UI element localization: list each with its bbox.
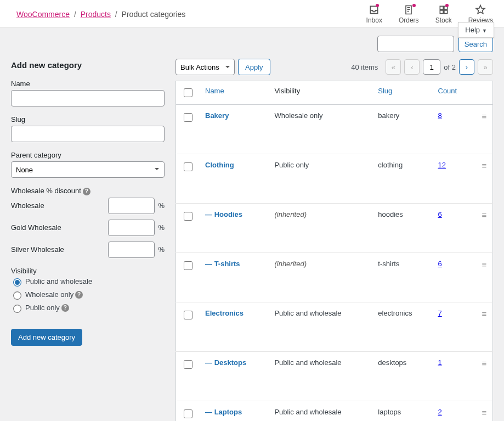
visibility-value: Public and wholesale <box>274 358 341 367</box>
info-icon[interactable]: ? <box>75 291 83 299</box>
breadcrumb-sep: / <box>74 10 76 19</box>
apply-button[interactable]: Apply <box>238 59 270 75</box>
col-slug[interactable]: Slug <box>372 81 432 105</box>
count-link[interactable]: 6 <box>438 260 442 268</box>
parent-category-label: Parent category <box>11 151 165 159</box>
tier-discount-input[interactable] <box>108 242 155 258</box>
row-checkbox[interactable] <box>184 212 192 221</box>
notification-dot-icon <box>412 4 416 7</box>
slug-value: t-shirts <box>378 260 399 268</box>
name-label: Name <box>11 80 165 88</box>
tier-discount-input[interactable] <box>108 220 155 236</box>
row-checkbox[interactable] <box>184 261 192 270</box>
help-dropdown[interactable]: Help▼ <box>458 22 494 38</box>
indent-dash: — <box>205 358 214 367</box>
items-count: 40 items <box>351 63 378 71</box>
drag-handle-icon[interactable]: ≡ <box>482 260 487 269</box>
visibility-option[interactable]: Wholesale only ? <box>11 290 165 299</box>
visibility-value: Wholesale only <box>274 111 322 120</box>
count-link[interactable]: 7 <box>438 309 442 317</box>
drag-handle-icon[interactable]: ≡ <box>482 309 487 318</box>
nav-stock[interactable]: Stock <box>435 4 452 24</box>
info-icon[interactable]: ? <box>83 188 90 195</box>
svg-rect-2 <box>440 10 443 14</box>
breadcrumb-sep: / <box>115 10 117 19</box>
slug-value: hoodies <box>378 210 403 218</box>
indent-dash: — <box>205 408 214 416</box>
slug-value: bakery <box>378 111 399 120</box>
drag-handle-icon[interactable]: ≡ <box>482 161 487 170</box>
visibility-option-label: Public only <box>25 304 60 312</box>
table-row: BakeryWholesale onlybakery8≡ <box>176 105 493 154</box>
drag-handle-icon[interactable]: ≡ <box>482 111 487 121</box>
table-row: — DesktopsPublic and wholesaledesktops1≡ <box>176 352 493 401</box>
page-next-button[interactable]: › <box>459 59 474 75</box>
select-all-checkbox[interactable] <box>184 88 192 97</box>
row-checkbox[interactable] <box>184 409 192 418</box>
help-label: Help <box>465 26 480 34</box>
table-row: — Hoodies(inherited)hoodies6≡ <box>176 204 493 253</box>
category-name-link[interactable]: Electronics <box>205 309 243 317</box>
slug-value: clothing <box>378 161 403 169</box>
nav-orders[interactable]: Orders <box>399 4 419 24</box>
visibility-option[interactable]: Public and wholesale <box>11 277 165 286</box>
count-link[interactable]: 12 <box>438 161 446 169</box>
count-link[interactable]: 2 <box>438 408 442 416</box>
category-name-link[interactable]: Bakery <box>205 111 229 120</box>
count-link[interactable]: 6 <box>438 210 442 218</box>
breadcrumb-products[interactable]: Products <box>81 10 111 19</box>
category-name-link[interactable]: Desktops <box>214 358 247 367</box>
page-first-button[interactable]: « <box>386 59 401 75</box>
percent-sign: % <box>158 223 165 232</box>
drag-handle-icon[interactable]: ≡ <box>482 408 487 417</box>
nav-inbox[interactable]: Inbox <box>366 4 382 24</box>
visibility-radio[interactable] <box>13 278 21 287</box>
table-row: ElectronicsPublic and wholesaleelectroni… <box>176 302 493 352</box>
slug-input[interactable] <box>11 126 165 142</box>
drag-handle-icon[interactable]: ≡ <box>482 210 487 220</box>
search-button[interactable]: Search <box>458 36 493 52</box>
svg-rect-0 <box>440 6 443 9</box>
col-count[interactable]: Count <box>433 81 477 105</box>
count-link[interactable]: 1 <box>438 358 442 367</box>
nav-orders-label: Orders <box>399 16 419 24</box>
row-checkbox[interactable] <box>184 360 192 369</box>
breadcrumb-current: Product categories <box>122 10 186 19</box>
nav-reviews[interactable]: Reviews <box>468 4 493 24</box>
search-input[interactable] <box>377 36 454 52</box>
page-input[interactable] <box>423 59 440 75</box>
info-icon[interactable]: ? <box>61 304 69 312</box>
page-prev-button[interactable]: ‹ <box>404 59 420 75</box>
percent-sign: % <box>158 201 165 210</box>
visibility-radio[interactable] <box>13 305 21 313</box>
caret-down-icon: ▼ <box>482 28 487 33</box>
visibility-value: (inherited) <box>274 210 307 218</box>
page-last-button[interactable]: » <box>478 59 493 75</box>
visibility-value: Public and wholesale <box>274 309 341 317</box>
visibility-radio[interactable] <box>13 291 21 300</box>
row-checkbox[interactable] <box>184 162 192 171</box>
name-input[interactable] <box>11 90 165 106</box>
add-category-title: Add new category <box>11 60 165 70</box>
bulk-actions-select[interactable]: Bulk Actions <box>175 59 235 75</box>
category-name-link[interactable]: Clothing <box>205 161 234 169</box>
parent-category-select[interactable]: None <box>11 161 165 178</box>
breadcrumb-root[interactable]: WooCommerce <box>16 10 70 19</box>
visibility-value: Public and wholesale <box>274 408 341 416</box>
category-name-link[interactable]: Laptops <box>214 408 242 416</box>
tier-discount-input[interactable] <box>108 198 155 214</box>
category-name-link[interactable]: Hoodies <box>214 210 242 218</box>
visibility-option[interactable]: Public only ? <box>11 304 165 312</box>
add-category-button[interactable]: Add new category <box>11 329 82 346</box>
category-name-link[interactable]: T-shirts <box>214 260 240 268</box>
visibility-option-label: Wholesale only <box>25 290 73 299</box>
row-checkbox[interactable] <box>184 113 192 122</box>
row-checkbox[interactable] <box>184 311 192 319</box>
drag-handle-icon[interactable]: ≡ <box>482 358 487 368</box>
nav-stock-label: Stock <box>435 16 452 24</box>
visibility-value: Public only <box>274 161 309 169</box>
count-link[interactable]: 8 <box>438 111 442 120</box>
reviews-icon <box>475 4 486 15</box>
col-name[interactable]: Name <box>200 81 269 105</box>
table-row: — T-shirts(inherited)t-shirts6≡ <box>176 253 493 302</box>
